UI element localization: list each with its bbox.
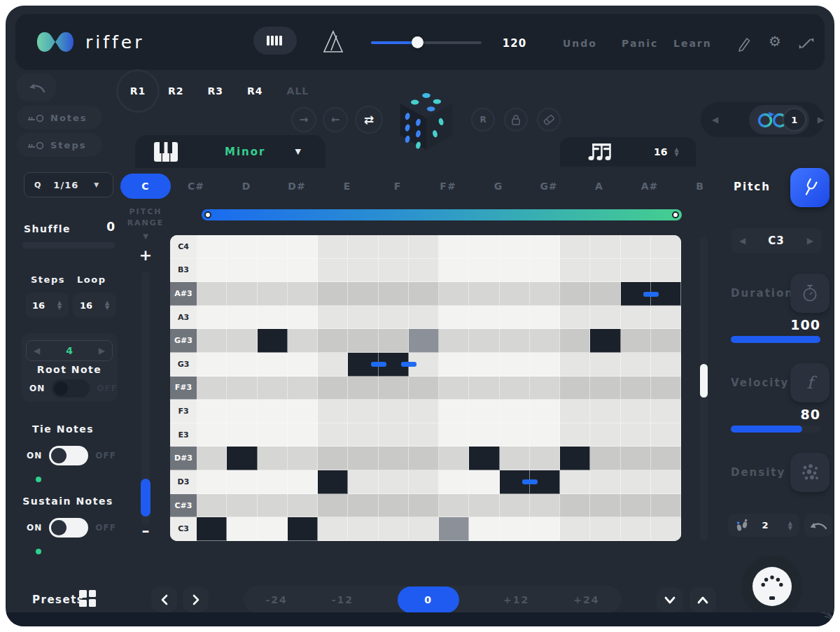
grid-cell[interactable] bbox=[288, 306, 318, 330]
grid-cell[interactable] bbox=[197, 517, 227, 541]
grid-cell[interactable] bbox=[560, 377, 590, 400]
grid-cell[interactable] bbox=[651, 470, 681, 494]
transpose-option-minus24[interactable]: -24 bbox=[265, 594, 287, 605]
grid-cell[interactable] bbox=[197, 377, 227, 400]
grid-cell[interactable] bbox=[651, 377, 681, 400]
grid-cell[interactable] bbox=[409, 494, 439, 518]
grid-cell[interactable] bbox=[590, 494, 620, 518]
grid-cell[interactable] bbox=[197, 306, 227, 330]
grid-cell[interactable] bbox=[439, 377, 469, 400]
grid-cell[interactable] bbox=[651, 517, 681, 541]
grid-cell[interactable] bbox=[258, 447, 288, 470]
grid-cell[interactable] bbox=[621, 494, 651, 518]
grid-cell[interactable] bbox=[590, 282, 620, 306]
steps-stepper[interactable]: 16 ▲▼ bbox=[25, 293, 69, 318]
riff-tab-r3[interactable]: R3 bbox=[208, 85, 224, 97]
note-next-chevron[interactable]: ▶ bbox=[807, 236, 813, 246]
note-option-d[interactable]: D bbox=[221, 174, 272, 199]
grid-cell[interactable] bbox=[469, 306, 499, 330]
grid-cell[interactable] bbox=[530, 235, 560, 259]
octave-down-button[interactable] bbox=[657, 587, 683, 612]
note-option-g[interactable]: G bbox=[473, 174, 524, 199]
grid-cell[interactable] bbox=[439, 400, 469, 423]
grid-cell[interactable] bbox=[439, 423, 469, 447]
grid-cell[interactable] bbox=[469, 494, 499, 518]
grid-cell[interactable] bbox=[590, 235, 620, 259]
grid-cell[interactable] bbox=[590, 470, 620, 494]
gradient-left-handle[interactable] bbox=[204, 211, 211, 218]
grid-cell[interactable] bbox=[469, 235, 499, 259]
grid-cell[interactable] bbox=[560, 329, 590, 353]
grid-cell[interactable] bbox=[318, 517, 348, 541]
grid-cell[interactable] bbox=[409, 377, 439, 400]
grid-cell[interactable] bbox=[197, 282, 227, 306]
note-option-f[interactable]: F bbox=[372, 174, 423, 199]
grid-cell[interactable] bbox=[318, 329, 348, 353]
root-prev-chevron[interactable]: ◀ bbox=[34, 346, 40, 356]
grid-cell[interactable] bbox=[379, 423, 409, 447]
undo-button[interactable]: Undo bbox=[563, 38, 597, 49]
grid-cell[interactable] bbox=[318, 494, 348, 518]
grid-cell[interactable] bbox=[227, 423, 257, 447]
grid-cell[interactable] bbox=[530, 306, 560, 330]
note-option-csharp[interactable]: C# bbox=[171, 174, 221, 199]
grid-cell[interactable] bbox=[258, 306, 288, 330]
loop-next-chevron[interactable]: ▶ bbox=[818, 115, 824, 125]
grid-cell[interactable] bbox=[348, 377, 378, 400]
grid-cell[interactable] bbox=[500, 282, 530, 306]
grid-cell[interactable] bbox=[439, 353, 469, 377]
grid-cell[interactable] bbox=[500, 400, 530, 423]
grid-cell[interactable] bbox=[590, 377, 620, 400]
gradient-right-handle[interactable] bbox=[672, 211, 679, 218]
grid-cell[interactable] bbox=[258, 235, 288, 259]
grid-cell[interactable] bbox=[621, 329, 651, 353]
grid-cell[interactable] bbox=[439, 329, 469, 353]
root-note-selector[interactable]: ◀ 4 ▶ bbox=[26, 340, 113, 361]
grid-cell[interactable] bbox=[621, 235, 651, 259]
grid-cell[interactable] bbox=[409, 400, 439, 423]
metronome-button[interactable] bbox=[318, 28, 349, 56]
grid-cell[interactable] bbox=[318, 423, 348, 447]
grid-cell[interactable] bbox=[621, 517, 651, 541]
grid-cell[interactable] bbox=[469, 329, 499, 353]
grid-cell[interactable] bbox=[500, 235, 530, 259]
grid-cell[interactable] bbox=[288, 282, 318, 306]
grid-cell[interactable] bbox=[348, 259, 378, 283]
grid-cell[interactable] bbox=[409, 470, 439, 494]
grid-cell[interactable] bbox=[530, 517, 560, 541]
grid-cell[interactable] bbox=[288, 259, 318, 283]
transpose-option-0[interactable]: 0 bbox=[398, 587, 459, 613]
grid-cell[interactable] bbox=[258, 259, 288, 283]
grid-cell[interactable] bbox=[197, 259, 227, 283]
transpose-option-plus12[interactable]: +12 bbox=[503, 594, 529, 605]
grid-cell[interactable] bbox=[590, 353, 620, 377]
grid-cell[interactable] bbox=[469, 423, 499, 447]
grid-cell[interactable] bbox=[258, 329, 288, 353]
lock-button[interactable] bbox=[504, 108, 528, 132]
tie-note-dash[interactable] bbox=[371, 362, 386, 367]
grid-cell[interactable] bbox=[227, 517, 257, 541]
grid-cell[interactable] bbox=[227, 447, 257, 470]
grid-cell[interactable] bbox=[409, 306, 439, 330]
panic-button[interactable]: Panic bbox=[622, 38, 658, 49]
density-mode-button[interactable] bbox=[790, 453, 830, 492]
tie-note-dash[interactable] bbox=[643, 292, 659, 297]
grid-cell[interactable] bbox=[348, 329, 378, 353]
grid-cell[interactable] bbox=[409, 329, 439, 353]
note-option-gsharp[interactable]: G# bbox=[524, 174, 574, 199]
pitch-range-gradient-bar[interactable] bbox=[202, 209, 682, 220]
grid-cell[interactable] bbox=[318, 259, 348, 283]
grid-cell[interactable] bbox=[258, 470, 288, 494]
grid-cell[interactable] bbox=[651, 423, 681, 447]
random-r-button[interactable]: R bbox=[471, 108, 495, 132]
grid-cell[interactable] bbox=[227, 470, 257, 494]
eraser-button[interactable] bbox=[537, 108, 561, 132]
grid-cell[interactable] bbox=[379, 494, 409, 518]
octave-stepper-arrows[interactable]: ▲▼ bbox=[788, 521, 792, 531]
grid-cell[interactable] bbox=[197, 353, 227, 377]
grid-cell[interactable] bbox=[288, 517, 318, 541]
pitch-range-slider-thumb[interactable] bbox=[141, 479, 150, 517]
grid-cell[interactable] bbox=[651, 353, 681, 377]
grid-cell[interactable] bbox=[530, 494, 560, 518]
grid-cell[interactable] bbox=[560, 494, 590, 518]
